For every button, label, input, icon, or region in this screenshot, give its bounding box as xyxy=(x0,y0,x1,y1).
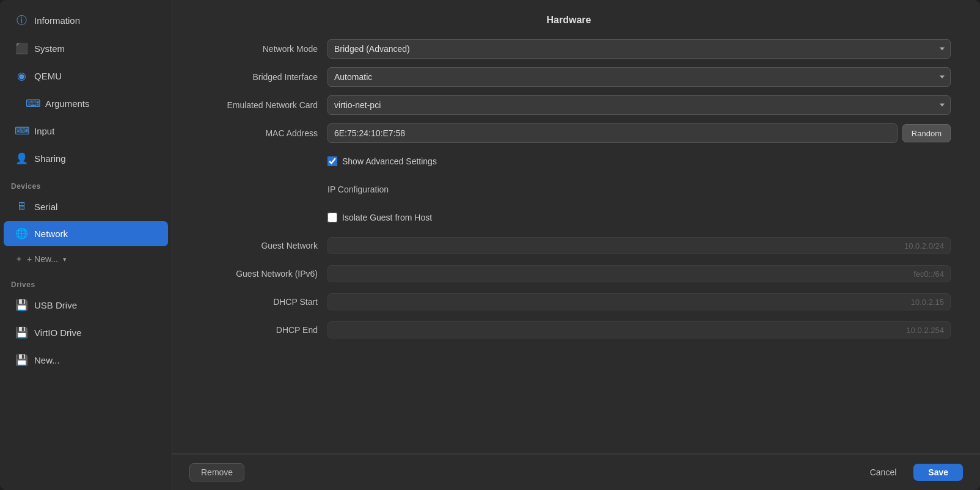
dhcp-end-label: DHCP End xyxy=(187,325,327,335)
emulated-card-control: virtio-net-pci e1000 rtl8139 xyxy=(327,95,951,115)
show-advanced-control: Show Advanced Settings xyxy=(327,156,951,166)
guest-network-ipv6-input[interactable] xyxy=(327,265,951,282)
sharing-icon: 👤 xyxy=(15,152,28,165)
network-mode-label: Network Mode xyxy=(187,44,327,54)
isolate-guest-label: Isolate Guest from Host xyxy=(342,213,432,222)
sidebar-item-sharing[interactable]: 👤 Sharing xyxy=(4,146,168,171)
guest-network-ipv6-label: Guest Network (IPv6) xyxy=(187,269,327,279)
guest-network-label: Guest Network xyxy=(187,241,327,250)
network-mode-row: Network Mode Bridged (Advanced) NAT Brid… xyxy=(187,39,951,59)
sidebar-label-virtio-drive: VirtIO Drive xyxy=(34,327,81,338)
chevron-down-icon: ▾ xyxy=(63,255,67,263)
sidebar-label-system: System xyxy=(34,43,65,54)
isolate-guest-checkbox[interactable] xyxy=(327,213,337,222)
bridged-interface-row: Bridged Interface Automatic xyxy=(187,67,951,87)
devices-section-label: Devices xyxy=(0,172,172,193)
sidebar-label-sharing: Sharing xyxy=(34,153,66,164)
sidebar-item-system[interactable]: ⬛ System xyxy=(4,36,168,61)
sidebar-label-qemu: QEMU xyxy=(34,71,62,81)
dhcp-end-input[interactable] xyxy=(327,321,951,338)
sidebar-item-serial[interactable]: 🖥 Serial xyxy=(4,194,168,219)
mac-address-control: Random xyxy=(327,123,951,143)
guest-network-ipv6-row: Guest Network (IPv6) xyxy=(187,264,951,283)
cancel-button[interactable]: Cancel xyxy=(859,464,908,481)
footer: Remove Cancel Save xyxy=(172,454,980,490)
drives-section-label: Drives xyxy=(0,271,172,291)
sidebar-new-device[interactable]: ＋ + New... ▾ xyxy=(4,249,168,269)
show-advanced-label: Show Advanced Settings xyxy=(342,156,437,166)
ip-config-label-row: IP Configuration xyxy=(187,180,951,199)
system-icon: ⬛ xyxy=(15,42,28,55)
bridged-interface-label: Bridged Interface xyxy=(187,72,327,82)
isolate-guest-control: Isolate Guest from Host xyxy=(327,213,951,222)
save-button[interactable]: Save xyxy=(913,464,963,481)
random-button[interactable]: Random xyxy=(902,124,951,142)
network-mode-select-wrapper: Bridged (Advanced) NAT Bridged Host Only… xyxy=(327,39,951,59)
sidebar-item-usb-drive[interactable]: 💾 USB Drive xyxy=(4,293,168,318)
ip-config-label-control: IP Configuration xyxy=(327,184,951,195)
bridged-interface-select-wrapper: Automatic xyxy=(327,67,951,87)
virtio-drive-icon: 💾 xyxy=(15,326,28,339)
sidebar-item-qemu[interactable]: ◉ QEMU xyxy=(4,64,168,89)
sidebar-item-new-drive[interactable]: 💾 New... xyxy=(4,348,168,373)
arguments-icon: ⌨ xyxy=(26,97,39,110)
guest-network-row: Guest Network xyxy=(187,236,951,255)
usb-drive-icon: 💾 xyxy=(15,299,28,312)
show-advanced-checkbox[interactable] xyxy=(327,156,337,166)
section-title: Hardware xyxy=(187,15,951,26)
emulated-card-select[interactable]: virtio-net-pci e1000 rtl8139 xyxy=(327,95,951,115)
ip-config-label: IP Configuration xyxy=(327,185,389,194)
show-advanced-checkbox-row: Show Advanced Settings xyxy=(327,156,951,166)
emulated-card-label: Emulated Network Card xyxy=(187,100,327,110)
sidebar: ⓘ Information ⬛ System ◉ QEMU ⌨ Argument… xyxy=(0,0,172,490)
sidebar-label-network: Network xyxy=(34,229,68,239)
guest-network-input[interactable] xyxy=(327,237,951,254)
sidebar-item-arguments[interactable]: ⌨ Arguments xyxy=(4,91,168,116)
dhcp-end-row: DHCP End xyxy=(187,320,951,340)
sidebar-item-virtio-drive[interactable]: 💾 VirtIO Drive xyxy=(4,320,168,345)
main-content: Hardware Network Mode Bridged (Advanced)… xyxy=(172,0,980,490)
serial-icon: 🖥 xyxy=(15,200,28,213)
show-advanced-row: Show Advanced Settings xyxy=(187,152,951,171)
network-icon: 🌐 xyxy=(15,227,28,240)
guest-network-ipv6-control xyxy=(327,265,951,282)
footer-right: Cancel Save xyxy=(859,464,963,481)
sidebar-label-information: Information xyxy=(34,15,80,26)
sidebar-item-information[interactable]: ⓘ Information xyxy=(4,7,168,34)
guest-network-control xyxy=(327,237,951,254)
remove-button[interactable]: Remove xyxy=(189,463,244,481)
content-area: Hardware Network Mode Bridged (Advanced)… xyxy=(172,0,980,453)
bridged-interface-control: Automatic xyxy=(327,67,951,87)
isolate-guest-checkbox-row: Isolate Guest from Host xyxy=(327,213,951,222)
emulated-card-row: Emulated Network Card virtio-net-pci e10… xyxy=(187,95,951,115)
network-mode-control: Bridged (Advanced) NAT Bridged Host Only… xyxy=(327,39,951,59)
sidebar-label-new-drive: New... xyxy=(34,355,60,365)
mac-address-label: MAC Address xyxy=(187,128,327,138)
sidebar-item-network[interactable]: 🌐 Network xyxy=(4,221,168,246)
sidebar-label-serial: Serial xyxy=(34,202,57,212)
network-mode-select[interactable]: Bridged (Advanced) NAT Bridged Host Only… xyxy=(327,39,951,59)
dhcp-start-row: DHCP Start xyxy=(187,292,951,312)
sidebar-label-input: Input xyxy=(34,126,54,136)
sidebar-new-label: + New... xyxy=(27,254,58,264)
dhcp-start-control xyxy=(327,293,951,310)
mac-address-input-row: Random xyxy=(327,123,951,143)
bridged-interface-select[interactable]: Automatic xyxy=(327,67,951,87)
mac-address-row: MAC Address Random xyxy=(187,123,951,143)
qemu-icon: ◉ xyxy=(15,70,28,82)
dhcp-end-control xyxy=(327,321,951,338)
isolate-guest-row: Isolate Guest from Host xyxy=(187,208,951,227)
sidebar-label-arguments: Arguments xyxy=(45,98,90,109)
input-icon: ⌨ xyxy=(15,125,28,137)
new-drive-icon: 💾 xyxy=(15,354,28,367)
sidebar-label-usb-drive: USB Drive xyxy=(34,300,77,310)
plus-icon: ＋ xyxy=(15,254,23,265)
app-window: ⓘ Information ⬛ System ◉ QEMU ⌨ Argument… xyxy=(0,0,980,490)
dhcp-start-label: DHCP Start xyxy=(187,297,327,307)
sidebar-item-input[interactable]: ⌨ Input xyxy=(4,119,168,144)
mac-address-input[interactable] xyxy=(327,123,898,143)
emulated-card-select-wrapper: virtio-net-pci e1000 rtl8139 xyxy=(327,95,951,115)
dhcp-start-input[interactable] xyxy=(327,293,951,310)
information-icon: ⓘ xyxy=(15,13,28,27)
